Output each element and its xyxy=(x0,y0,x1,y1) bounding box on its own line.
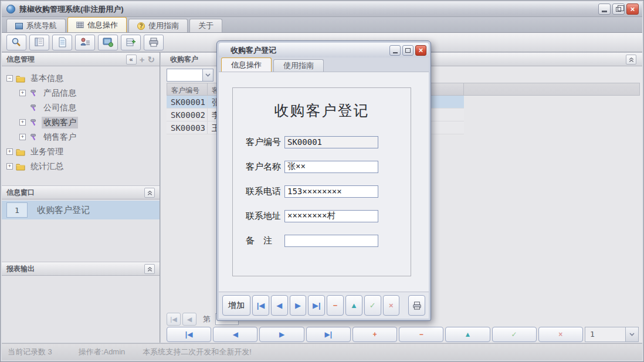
panel-title: 信息窗口 xyxy=(6,188,35,198)
tool-icon xyxy=(29,119,38,127)
form-view-button[interactable] xyxy=(29,35,49,50)
collapse-up-icon[interactable] xyxy=(144,264,155,274)
record-prev-button[interactable]: ◀ xyxy=(271,295,288,316)
tree-node-stats-summary[interactable]: + 统计汇总 xyxy=(6,159,160,174)
field-label: 联系地址 xyxy=(246,211,284,222)
record-next-button[interactable]: ▶ xyxy=(290,295,307,316)
tree-node-company-info[interactable]: 公司信息 xyxy=(6,100,160,115)
collapse-left-icon[interactable]: « xyxy=(126,55,137,65)
tab-info-operation[interactable]: 信息操作 xyxy=(67,17,127,32)
info-window-panel-header: 信息窗口 xyxy=(2,185,160,199)
tab-label: 系统导航 xyxy=(26,21,57,31)
nav-confirm-button[interactable]: ✓ xyxy=(492,327,537,342)
add-record-button[interactable]: 增加 xyxy=(222,295,250,316)
chevron-double-up-icon xyxy=(147,190,153,196)
window-title: 辣椒收购管理系统(非注册用户) xyxy=(19,4,124,15)
remark-field[interactable] xyxy=(284,235,378,247)
help-question-icon: ? xyxy=(137,22,145,30)
add-icon[interactable]: + xyxy=(140,55,145,64)
column-header-id[interactable]: 客户编号 xyxy=(167,83,208,96)
pager-prev-button[interactable]: ◀ xyxy=(182,313,196,326)
operator-text: 操作者:Admin xyxy=(79,347,125,357)
panel-title: 报表输出 xyxy=(6,264,35,274)
field-row-customer-id: 客户编号 xyxy=(233,136,411,148)
expander-icon[interactable]: − xyxy=(6,75,13,82)
nav-edit-button[interactable]: ▲ xyxy=(445,327,490,342)
expander-icon[interactable]: + xyxy=(19,134,26,140)
dialog-tab-info-operation[interactable]: 信息操作 xyxy=(221,57,272,72)
collapse-up-icon[interactable] xyxy=(144,188,155,198)
print-button[interactable] xyxy=(408,295,425,316)
tree-node-sales-customer[interactable]: + 销售客户 xyxy=(6,130,160,144)
record-confirm-button[interactable]: ✓ xyxy=(364,295,381,316)
nav-next-button[interactable]: ▶ xyxy=(259,327,304,342)
nav-first-button[interactable]: |◀ xyxy=(167,327,211,342)
pager-first-button[interactable]: |◀ xyxy=(167,313,181,326)
statusbar: 当前记录数 3 操作者:Admin 本系统支持二次开发和全新开发! xyxy=(2,343,642,360)
tree-node-business-manage[interactable]: + 业务管理 xyxy=(6,144,160,159)
user-manage-button[interactable] xyxy=(75,35,95,50)
customer-id-field[interactable] xyxy=(284,136,378,148)
phone-field[interactable] xyxy=(284,185,378,198)
minimize-button[interactable] xyxy=(598,4,611,15)
expander-icon[interactable]: + xyxy=(19,90,26,96)
nav-add-button[interactable]: + xyxy=(352,327,397,342)
tab-user-guide[interactable]: ? 使用指南 xyxy=(128,19,188,32)
table-add-button[interactable] xyxy=(121,35,141,50)
refresh-icon[interactable]: ↻ xyxy=(147,55,155,64)
tree-node-purchase-customer[interactable]: + 收购客户 xyxy=(6,115,160,130)
tree-node-basic-info[interactable]: − 基本信息 xyxy=(6,71,160,86)
window-preview-icon xyxy=(102,37,114,48)
expander-icon[interactable]: + xyxy=(19,119,26,126)
collapse-up-icon[interactable] xyxy=(626,55,636,65)
main-panel-title: 收购客户 xyxy=(170,55,198,65)
record-cancel-button[interactable]: × xyxy=(383,295,400,316)
restore-icon xyxy=(616,7,621,12)
printer-icon xyxy=(412,301,422,310)
expander-icon[interactable]: + xyxy=(6,148,13,155)
nav-prev-button[interactable]: ◀ xyxy=(213,327,257,342)
search-button[interactable] xyxy=(6,35,26,50)
export-printer-button[interactable] xyxy=(144,35,164,50)
window-preview-button[interactable] xyxy=(98,35,118,50)
tab-about[interactable]: 关于 xyxy=(189,19,222,32)
dialog-body: 收购客户登记 客户编号 客户名称 联系电话 联系地址 xyxy=(219,72,429,319)
page-combobox-value: 1 xyxy=(585,327,625,341)
record-last-button[interactable]: ▶| xyxy=(308,295,325,316)
expander-icon[interactable]: + xyxy=(6,163,13,170)
chevron-down-icon[interactable] xyxy=(625,327,638,341)
record-remove-button[interactable]: − xyxy=(327,295,344,316)
info-window-item[interactable]: 1 收购客户登记 xyxy=(2,201,160,219)
nav-last-button[interactable]: ▶| xyxy=(306,327,351,342)
tree-label: 业务管理 xyxy=(29,146,65,158)
panel-title: 信息管理 xyxy=(6,55,35,65)
dialog-minimize-button[interactable] xyxy=(389,45,401,56)
address-field[interactable] xyxy=(284,210,378,222)
chevron-down-icon[interactable] xyxy=(202,69,213,81)
tab-label: 使用指南 xyxy=(148,21,179,31)
report-output-panel-header: 报表输出 xyxy=(2,262,160,276)
purchase-customer-dialog: 收购客户登记 × 信息操作 使用指南 收购客户登记 客户编号 客户名 xyxy=(216,40,431,321)
new-document-button[interactable] xyxy=(52,35,72,50)
dialog-titlebar[interactable]: 收购客户登记 × xyxy=(219,43,429,57)
nav-cancel-button[interactable]: × xyxy=(538,327,583,342)
tab-system-nav[interactable]: 系统导航 xyxy=(6,19,66,32)
dialog-maximize-button[interactable] xyxy=(402,45,413,56)
item-label: 收购客户登记 xyxy=(37,205,90,216)
dialog-close-button[interactable]: × xyxy=(415,45,426,56)
filter-combobox[interactable] xyxy=(167,69,213,82)
tree-node-product-info[interactable]: + 产品信息 xyxy=(6,86,160,100)
field-row-remark: 备 注 xyxy=(233,234,411,247)
search-icon xyxy=(11,37,22,48)
dialog-tab-user-guide[interactable]: 使用指南 xyxy=(273,59,324,72)
restore-button[interactable] xyxy=(612,4,625,15)
record-count-text: 当前记录数 3 xyxy=(8,347,52,357)
record-first-button[interactable]: |◀ xyxy=(252,295,269,316)
nav-remove-button[interactable]: − xyxy=(399,327,443,342)
page-combobox[interactable]: 1 xyxy=(585,327,639,342)
tree-label: 基本信息 xyxy=(29,73,65,84)
close-button[interactable]: × xyxy=(626,4,639,15)
customer-name-field[interactable] xyxy=(284,161,378,173)
record-edit-button[interactable]: ▲ xyxy=(345,295,362,316)
chevron-double-up-icon xyxy=(628,56,635,63)
